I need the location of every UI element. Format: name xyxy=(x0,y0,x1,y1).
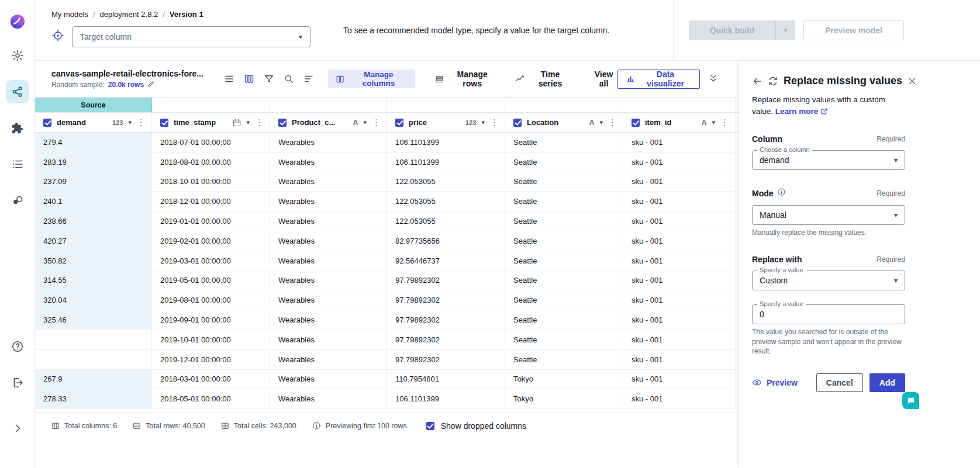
table-cell: 2018-05-01 00:00:00 xyxy=(152,389,270,408)
column-checkbox-checked[interactable] xyxy=(395,119,403,127)
column-header-Product_c...[interactable]: Product_c...A▾⋮ xyxy=(270,113,387,132)
preview-label: Preview xyxy=(767,378,798,387)
column-checkbox-checked[interactable] xyxy=(513,119,522,127)
column-kebab-menu-icon[interactable]: ⋮ xyxy=(720,117,729,128)
app-logo[interactable] xyxy=(9,13,26,30)
preview-model-button[interactable]: Preview model xyxy=(803,20,904,40)
column-checkbox-checked[interactable] xyxy=(160,119,168,127)
grid-view-icon[interactable] xyxy=(240,70,258,88)
preview-button[interactable]: Preview xyxy=(752,377,798,387)
learn-more-link[interactable]: Learn more xyxy=(775,106,829,117)
column-select-value: demand xyxy=(760,155,789,165)
target-column-select[interactable]: Target column ▾ xyxy=(72,26,310,47)
checkbox-checked-icon[interactable] xyxy=(426,422,434,430)
column-sort-caret-icon[interactable]: ▾ xyxy=(599,119,603,126)
column-sort-caret-icon[interactable]: ▾ xyxy=(246,119,250,126)
view-all-button[interactable]: View all xyxy=(590,70,617,88)
column-kebab-menu-icon[interactable]: ⋮ xyxy=(137,117,146,128)
column-kebab-menu-icon[interactable]: ⋮ xyxy=(490,117,499,128)
table-cell: sku - 001 xyxy=(623,152,736,172)
custom-value-input[interactable] xyxy=(752,304,905,324)
custom-models-puzzle-icon[interactable] xyxy=(6,116,29,140)
breadcrumb-item[interactable]: My models xyxy=(51,10,88,19)
my-models-icon[interactable] xyxy=(6,80,29,103)
column-kebab-menu-icon[interactable]: ⋮ xyxy=(255,117,264,128)
table-cell: sku - 001 xyxy=(623,271,736,290)
column-header-item_id[interactable]: item_idA▾⋮ xyxy=(623,113,736,132)
edit-pencil-icon[interactable] xyxy=(147,80,155,89)
table-cell: Wearables xyxy=(270,212,387,231)
manage-rows-label: Manage rows xyxy=(449,70,496,88)
add-button[interactable]: Add xyxy=(869,373,905,392)
column-sort-caret-icon[interactable]: ▾ xyxy=(481,119,485,126)
table-cell: 238.66 xyxy=(35,212,152,231)
manage-rows-button[interactable]: Manage rows xyxy=(435,70,496,88)
quick-build-caret-icon[interactable]: ▾ xyxy=(775,20,795,40)
info-icon[interactable] xyxy=(777,188,786,199)
column-name: demand xyxy=(57,118,86,127)
table-cell: 97.79892302 xyxy=(387,350,505,369)
column-sort-caret-icon[interactable]: ▾ xyxy=(363,119,367,126)
expand-sidebar-chevron-icon[interactable] xyxy=(6,417,29,440)
number-type-icon: 123 xyxy=(465,119,476,126)
table-cell: 2019-08-01 00:00:00 xyxy=(152,290,270,310)
chevron-down-icon: ▾ xyxy=(894,211,898,219)
column-header-price[interactable]: price123▾⋮ xyxy=(387,113,505,132)
table-row: 237.092018-10-01 00:00:00Wearables122.05… xyxy=(35,172,739,192)
table-cell: 314.55 xyxy=(35,271,152,290)
table-row: 240.12018-12-01 00:00:00Wearables122.053… xyxy=(35,192,739,212)
breadcrumb-item[interactable]: deployment 2.8.2 xyxy=(99,10,158,19)
column-header-time_stamp[interactable]: time_stamp▾⋮ xyxy=(152,113,270,132)
replace-with-select[interactable]: Custom ▾ xyxy=(752,271,905,290)
back-arrow-icon[interactable] xyxy=(752,76,762,86)
sample-size-link[interactable]: 20.0k rows xyxy=(108,81,144,89)
column-sort-caret-icon[interactable]: ▾ xyxy=(712,119,715,126)
table-cell: 122.053055 xyxy=(387,192,505,211)
column-header-demand[interactable]: demand123▾⋮ xyxy=(35,113,152,132)
search-icon[interactable] xyxy=(279,70,298,88)
data-visualizer-button[interactable]: Data visualizer xyxy=(617,70,700,89)
column-checkbox-checked[interactable] xyxy=(632,119,640,127)
list-settings-icon[interactable] xyxy=(299,70,318,88)
help-icon[interactable] xyxy=(6,335,29,358)
status-bar: Total columns: 6 Total rows: 40,500 Tota… xyxy=(35,412,739,439)
sidebar xyxy=(0,0,35,468)
table-cell: 2019-05-01 00:00:00 xyxy=(152,271,270,290)
column-kebab-menu-icon[interactable]: ⋮ xyxy=(372,117,381,128)
manage-columns-button[interactable]: Manage columns xyxy=(328,70,415,88)
data-visualizer-label: Data visualizer xyxy=(640,70,691,88)
column-checkbox-checked[interactable] xyxy=(278,119,287,127)
mode-select[interactable]: Manual ▾ xyxy=(752,205,905,225)
list-view-icon[interactable] xyxy=(220,70,238,88)
datasets-circles-icon[interactable] xyxy=(6,189,29,212)
column-sort-caret-icon[interactable]: ▾ xyxy=(128,119,132,126)
settings-gear-icon[interactable] xyxy=(6,44,29,67)
column-checkbox-checked[interactable] xyxy=(43,119,51,127)
source-row-empty-cell xyxy=(152,98,270,112)
column-header-Location[interactable]: LocationA▾⋮ xyxy=(505,113,623,132)
top-bar-actions: Quick build ▾ Preview model xyxy=(674,0,980,60)
time-series-button[interactable]: Time series xyxy=(515,70,570,88)
source-tab[interactable]: Source xyxy=(35,98,152,112)
source-row-empty-cell xyxy=(270,98,387,112)
filter-icon[interactable] xyxy=(260,70,278,88)
show-dropped-columns-checkbox[interactable]: Show dropped columns xyxy=(426,421,526,431)
list-icon[interactable] xyxy=(6,152,29,176)
table-cell: Wearables xyxy=(270,133,387,152)
table-cell: Seattle xyxy=(505,172,623,192)
collapse-double-chevron-icon[interactable] xyxy=(708,73,719,85)
table-cell: sku - 001 xyxy=(623,290,736,310)
table-cell: 2018-07-01 00:00:00 xyxy=(152,133,270,152)
column-field-float-label: Choose a column xyxy=(757,146,812,153)
cancel-button[interactable]: Cancel xyxy=(816,373,863,392)
chat-widget-button[interactable] xyxy=(902,392,919,409)
table-cell: sku - 001 xyxy=(623,133,736,152)
column-kebab-menu-icon[interactable]: ⋮ xyxy=(608,117,617,128)
sign-out-icon[interactable] xyxy=(6,371,29,394)
table-row: 350.822019-03-01 00:00:00Wearables92.564… xyxy=(35,251,739,271)
table-row: 279.42018-07-01 00:00:00Wearables106.110… xyxy=(35,133,739,152)
table-cell: sku - 001 xyxy=(623,310,736,330)
quick-build-button[interactable]: Quick build ▾ xyxy=(689,20,795,40)
close-icon[interactable] xyxy=(907,77,917,86)
column-select[interactable]: demand ▾ xyxy=(752,150,905,170)
